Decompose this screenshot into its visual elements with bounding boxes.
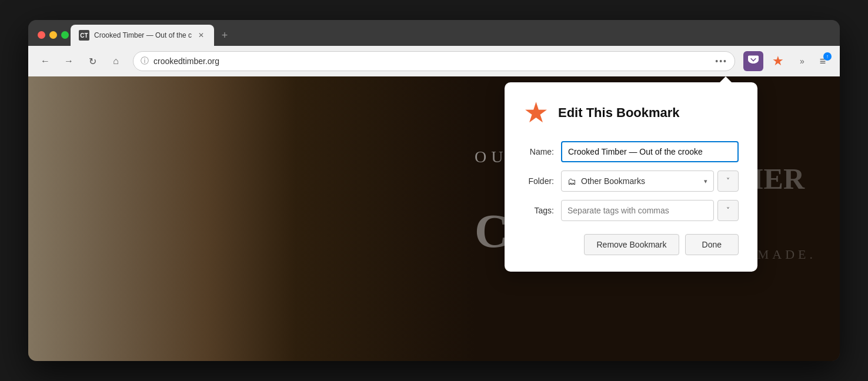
folder-select[interactable]: 🗂 Other Bookmarks ▾ [561, 171, 714, 192]
chevron-button[interactable]: » [794, 53, 810, 69]
popup-title: Edit This Bookmark [558, 105, 680, 121]
forward-button[interactable]: → [59, 51, 79, 71]
tags-input[interactable] [561, 200, 714, 221]
new-tab-button[interactable]: + [216, 27, 233, 44]
home-button[interactable]: ⌂ [106, 51, 126, 71]
popup-header: ★ Edit This Bookmark [523, 99, 739, 127]
tab-title: Crooked Timber — Out of the c [94, 31, 192, 39]
reload-button[interactable]: ↻ [82, 51, 102, 71]
window-controls [38, 31, 69, 39]
background-art [28, 76, 475, 361]
name-label: Name: [523, 147, 554, 156]
folder-row: Folder: 🗂 Other Bookmarks ▾ ˅ [523, 171, 739, 192]
folder-dropdown-arrow: ▾ [704, 178, 707, 185]
address-text: crookedtimber.org [153, 56, 710, 66]
nav-right: » ≡ ↑ [794, 51, 833, 71]
tab-close-button[interactable]: ✕ [196, 31, 206, 40]
folder-select-wrap: 🗂 Other Bookmarks ▾ ˅ [561, 171, 739, 192]
update-badge: ↑ [823, 52, 832, 61]
folder-text: Other Bookmarks [581, 176, 699, 186]
bg-text-ver: IER [752, 162, 804, 196]
pocket-button[interactable] [743, 51, 763, 71]
tags-label: Tags: [523, 206, 554, 215]
chevron-down-icon: ˅ [726, 177, 730, 185]
tags-row: Tags: ˅ [523, 200, 739, 221]
active-tab[interactable]: CT Crooked Timber — Out of the c ✕ [71, 25, 214, 46]
page-content: Out of CR IER VER MADE. ★ Edit This Book… [28, 76, 840, 361]
browser-window: CT Crooked Timber — Out of the c ✕ + ← →… [28, 20, 840, 361]
done-button[interactable]: Done [685, 234, 739, 255]
star-filled-icon: ★ [772, 54, 784, 69]
remove-bookmark-button[interactable]: Remove Bookmark [584, 234, 679, 255]
more-options-button[interactable]: ••• [715, 56, 727, 66]
back-button[interactable]: ← [35, 51, 55, 71]
popup-actions: Remove Bookmark Done [523, 234, 739, 255]
folder-expand-button[interactable]: ˅ [717, 171, 739, 192]
folder-icon: 🗂 [567, 176, 576, 186]
tags-expand-button[interactable]: ˅ [717, 200, 739, 221]
tab-area: CT Crooked Timber — Out of the c ✕ + [71, 20, 233, 46]
bookmark-star-button[interactable]: ★ [768, 51, 788, 71]
reload-icon: ↻ [89, 56, 96, 67]
menu-button[interactable]: ≡ ↑ [813, 51, 833, 71]
popup-star-icon: ★ [523, 99, 549, 127]
minimize-button[interactable] [49, 31, 57, 39]
close-button[interactable] [38, 31, 45, 39]
pocket-icon [748, 55, 759, 68]
info-icon: ⓘ [141, 56, 149, 66]
tags-input-wrap: ˅ [561, 200, 739, 221]
folder-label: Folder: [523, 176, 554, 186]
forward-icon: → [64, 56, 74, 66]
address-bar[interactable]: ⓘ crookedtimber.org ••• [133, 51, 735, 71]
tags-chevron-down-icon: ˅ [726, 206, 730, 215]
popup-form: Name: Folder: 🗂 Other Bookmarks ▾ ˅ [523, 141, 739, 255]
name-input[interactable] [561, 141, 739, 162]
name-row: Name: [523, 141, 739, 162]
chevron-right-icon: » [800, 56, 804, 66]
title-bar: CT Crooked Timber — Out of the c ✕ + [28, 20, 840, 46]
home-icon: ⌂ [113, 56, 119, 66]
maximize-button[interactable] [61, 31, 69, 39]
tab-favicon: CT [79, 30, 89, 41]
back-icon: ← [41, 56, 50, 66]
bookmark-popup: ★ Edit This Bookmark Name: Folder: 🗂 Oth… [505, 82, 757, 272]
nav-bar: ← → ↻ ⌂ ⓘ crookedtimber.org ••• ★ [28, 46, 840, 76]
